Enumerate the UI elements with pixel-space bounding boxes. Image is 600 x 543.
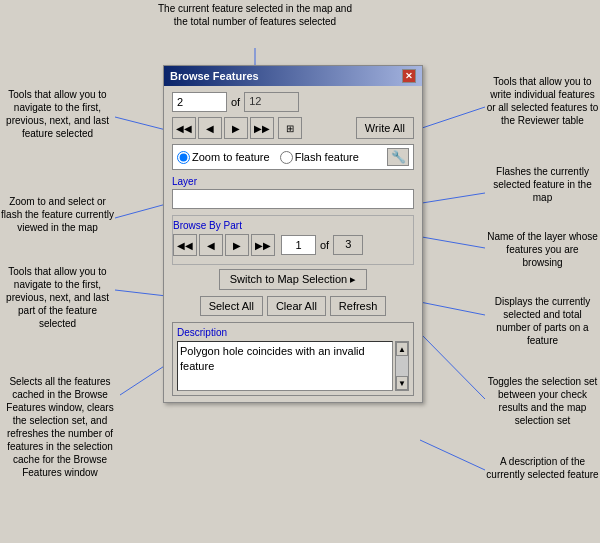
select-all-button[interactable]: Select All [200,296,263,316]
annotation-left-3: Tools that allow you to navigate to the … [0,265,115,330]
description-scrollbar: ▲ ▼ [395,341,409,391]
part-current-input[interactable] [281,235,316,255]
nav-next-button[interactable]: ▶ [224,117,248,139]
browse-by-part-section: Browse By Part ◀◀ ◀ ▶ ▶▶ of 3 [172,215,414,265]
part-prev-button[interactable]: ◀ [199,234,223,256]
part-nav-row: ◀◀ ◀ ▶ ▶▶ of 3 [173,234,413,256]
annotation-left-1: Tools that allow you to navigate to the … [0,88,115,140]
description-section: Description Polygon hole coincides with … [172,322,414,396]
annotation-right-1: Tools that allow you to write individual… [485,75,600,127]
annotation-right-2: Flashes the currently selected feature i… [485,165,600,204]
part-total: 3 [333,235,363,255]
scroll-up-button[interactable]: ▲ [396,342,408,356]
switch-row: Switch to Map Selection ▸ [172,269,414,290]
selection-buttons-row: Select All Clear All Refresh [172,296,414,316]
grid-button[interactable]: ⊞ [278,117,302,139]
switch-to-map-selection-button[interactable]: Switch to Map Selection ▸ [219,269,367,290]
wrench-button[interactable]: 🔧 [387,148,409,166]
flash-feature-radio[interactable] [280,151,293,164]
layer-input[interactable] [172,189,414,209]
zoom-to-feature-text: Zoom to feature [192,151,270,163]
of-label: of [231,96,240,108]
svg-line-6 [422,193,485,203]
feature-counter-row: of 12 [172,92,414,112]
layer-section-label: Layer [172,176,414,187]
description-area-wrap: Polygon hole coincides with an invalid f… [177,341,409,391]
part-last-button[interactable]: ▶▶ [251,234,275,256]
annotation-right-4: Displays the currently selected and tota… [485,295,600,347]
annotation-top-center: The current feature selected in the map … [155,2,355,28]
nav-last-button[interactable]: ▶▶ [250,117,274,139]
svg-line-8 [420,302,485,315]
part-next-button[interactable]: ▶ [225,234,249,256]
close-button[interactable]: ✕ [402,69,416,83]
clear-all-button[interactable]: Clear All [267,296,326,316]
nav-first-button[interactable]: ◀◀ [172,117,196,139]
browse-features-dialog: Browse Features ✕ of 12 ◀◀ ◀ ▶ ▶▶ ⊞ Writ… [163,65,423,403]
nav-prev-button[interactable]: ◀ [198,117,222,139]
scroll-track [396,356,408,376]
part-of-label: of [320,239,329,251]
zoom-flash-row: Zoom to feature Flash feature 🔧 [172,144,414,170]
annotation-right-3: Name of the layer whose features you are… [485,230,600,269]
annotation-right-6: A description of the currently selected … [485,455,600,481]
browse-by-part-label: Browse By Part [173,220,413,231]
annotation-right-5: Toggles the selection set between your c… [485,375,600,427]
annotation-left-2: Zoom to and select or flash the feature … [0,195,115,234]
dialog-titlebar: Browse Features ✕ [164,66,422,86]
svg-line-5 [422,107,485,128]
flash-feature-text: Flash feature [295,151,359,163]
layer-section: Layer [172,176,414,215]
write-all-button[interactable]: Write All [356,117,414,139]
svg-line-10 [420,440,485,470]
zoom-to-feature-label[interactable]: Zoom to feature [177,151,270,164]
svg-line-2 [115,203,170,218]
nav-buttons-row: ◀◀ ◀ ▶ ▶▶ ⊞ Write All [172,117,414,139]
feature-current-input[interactable] [172,92,227,112]
description-label: Description [177,327,409,338]
refresh-button[interactable]: Refresh [330,296,387,316]
annotation-left-4: Selects all the features cached in the B… [0,375,120,479]
zoom-to-feature-radio[interactable] [177,151,190,164]
feature-total: 12 [244,92,299,112]
flash-feature-label[interactable]: Flash feature [280,151,359,164]
dialog-title: Browse Features [170,70,259,82]
svg-line-7 [422,237,485,248]
scroll-down-button[interactable]: ▼ [396,376,408,390]
part-first-button[interactable]: ◀◀ [173,234,197,256]
description-text: Polygon hole coincides with an invalid f… [177,341,393,391]
svg-line-9 [420,333,485,399]
